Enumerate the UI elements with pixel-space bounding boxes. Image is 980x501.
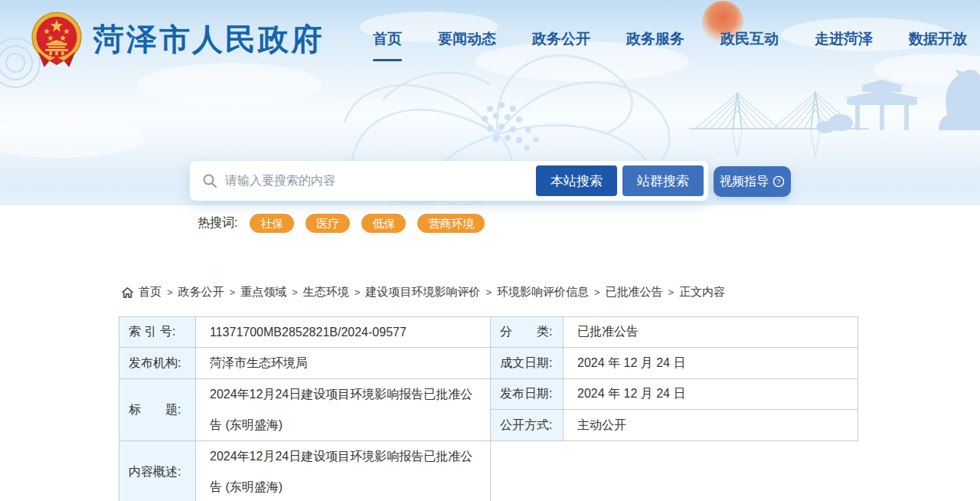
- breadcrumb: 首页 > 政务公开 > 重点领域 > 生态环境 > 建设项目环境影响评价 > 环…: [121, 285, 725, 300]
- svg-text:?: ?: [776, 178, 780, 185]
- issuing-agency-value: 菏泽市生态环境局: [196, 348, 491, 379]
- search-input[interactable]: [225, 174, 536, 188]
- title-label: 标 题:: [119, 379, 196, 441]
- nav-item-gov-info[interactable]: 政务公开: [532, 29, 590, 49]
- breadcrumb-separator: >: [354, 287, 361, 298]
- home-icon: [121, 287, 134, 299]
- publish-date-value: 2024 年 12 月 24 日: [564, 379, 858, 410]
- hot-tag-medical[interactable]: 医疗: [305, 214, 350, 233]
- search-icon: [202, 173, 217, 188]
- breadcrumb-eia[interactable]: 建设项目环境影响评价: [365, 285, 480, 300]
- site-brand[interactable]: 菏泽市人民政府: [31, 11, 324, 67]
- index-number-label: 索 引 号:: [119, 317, 196, 348]
- category-value: 已批准公告: [564, 317, 858, 348]
- site-search-button[interactable]: 本站搜索: [536, 165, 617, 196]
- nav-item-news[interactable]: 要闻动态: [438, 29, 496, 49]
- breadcrumb-key-areas[interactable]: 重点领域: [240, 285, 286, 300]
- empty-cell: [491, 441, 858, 501]
- main-nav: 首页 要闻动态 政务公开 政务服务 政民互动 走进菏泽 数据开放: [373, 29, 967, 49]
- search-bar: 本站搜索 站群搜索: [190, 161, 708, 201]
- national-emblem-logo: [31, 11, 83, 67]
- category-label: 分 类:: [491, 317, 564, 348]
- issuing-agency-label: 发布机构:: [119, 348, 196, 379]
- video-guide-button[interactable]: 视频指导 ?: [714, 166, 791, 197]
- breadcrumb-current-page: 正文内容: [679, 285, 725, 300]
- hot-tag-subsistence[interactable]: 低保: [361, 214, 406, 233]
- breadcrumb-separator: >: [668, 287, 675, 298]
- hot-search-row: 热搜词: 社保 医疗 低保 营商环境: [198, 214, 496, 233]
- nav-item-open-data[interactable]: 数据开放: [909, 29, 967, 49]
- publish-date-label: 发布日期:: [491, 379, 564, 410]
- nav-item-home[interactable]: 首页: [373, 29, 402, 49]
- hot-tag-business-environment[interactable]: 营商环境: [417, 214, 485, 233]
- summary-value: 2024年12月24日建设项目环境影响报告已批准公告 (东明盛海): [196, 441, 491, 501]
- video-guide-label: 视频指导: [720, 174, 769, 190]
- open-method-label: 公开方式:: [491, 410, 564, 441]
- nav-item-gov-services[interactable]: 政务服务: [626, 29, 684, 49]
- hot-search-label: 热搜词:: [198, 215, 237, 231]
- title-value: 2024年12月24日建设项目环境影响报告已批准公告 (东明盛海): [196, 379, 491, 441]
- breadcrumb-separator: >: [292, 287, 298, 298]
- written-date-label: 成文日期:: [491, 348, 564, 379]
- page: 菏泽市人民政府 首页 要闻动态 政务公开 政务服务 政民互动 走进菏泽 数据开放…: [0, 0, 980, 501]
- index-number-value: 11371700MB2852821B/2024-09577: [196, 317, 491, 348]
- breadcrumb-approved-notices[interactable]: 已批准公告: [606, 285, 663, 300]
- breadcrumb-separator: >: [485, 287, 492, 298]
- breadcrumb-ecology[interactable]: 生态环境: [303, 285, 349, 300]
- document-meta-table: 索 引 号: 11371700MB2852821B/2024-09577 分 类…: [119, 316, 858, 501]
- open-method-value: 主动公开: [564, 410, 858, 441]
- question-circle-icon: ?: [773, 175, 785, 188]
- written-date-value: 2024 年 12 月 24 日: [564, 348, 858, 379]
- breadcrumb-gov-info[interactable]: 政务公开: [178, 285, 224, 300]
- hot-tag-social-security[interactable]: 社保: [250, 214, 294, 233]
- summary-label: 内容概述:: [119, 441, 196, 501]
- nav-item-interaction[interactable]: 政民互动: [720, 29, 779, 49]
- breadcrumb-separator: >: [230, 287, 236, 298]
- group-search-button[interactable]: 站群搜索: [622, 165, 704, 196]
- site-title: 菏泽市人民政府: [93, 18, 324, 61]
- breadcrumb-home[interactable]: 首页: [139, 285, 162, 300]
- breadcrumb-separator: >: [594, 287, 600, 298]
- breadcrumb-eia-info[interactable]: 环境影响评价信息: [497, 285, 589, 300]
- nav-item-about-heze[interactable]: 走进菏泽: [815, 29, 873, 49]
- breadcrumb-separator: >: [167, 287, 173, 298]
